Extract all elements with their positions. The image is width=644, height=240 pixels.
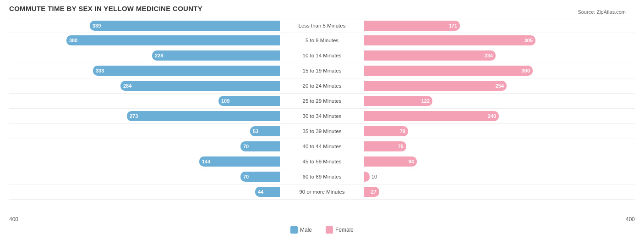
bar-male: 339 — [90, 21, 280, 31]
bar-female: 27 — [364, 187, 379, 197]
row-label: 15 to 19 Minutes — [300, 68, 344, 73]
legend: Male Female — [9, 226, 635, 234]
bar-male: 144 — [199, 156, 280, 167]
chart-row: 53 35 to 39 Minutes 78 — [9, 124, 635, 139]
bar-male: 228 — [152, 50, 280, 61]
chart-row: 70 40 to 44 Minutes 75 — [9, 139, 635, 154]
chart-title: COMMUTE TIME BY SEX IN YELLOW MEDICINE C… — [9, 5, 202, 12]
bar-male: 284 — [120, 81, 280, 91]
chart-row: 380 5 to 9 Minutes 305 — [9, 33, 635, 48]
bar-female: 305 — [364, 35, 535, 45]
chart-container: 339 Less than 5 Minutes 171 380 5 to 9 M… — [9, 18, 635, 234]
chart-row: 44 90 or more Minutes 27 — [9, 184, 635, 200]
legend-male-label: Male — [300, 227, 312, 233]
legend-male: Male — [290, 226, 312, 234]
row-label: 10 to 14 Minutes — [300, 53, 344, 58]
row-label: 45 to 59 Minutes — [300, 159, 344, 164]
bar-female: 171 — [364, 21, 460, 31]
bar-male: 380 — [66, 35, 280, 45]
legend-female: Female — [326, 226, 354, 234]
chart-row: 284 20 to 24 Minutes 254 — [9, 78, 635, 94]
legend-female-label: Female — [335, 227, 354, 233]
bar-female: 234 — [364, 50, 496, 61]
row-label: 90 or more Minutes — [296, 189, 347, 195]
row-label: Less than 5 Minutes — [296, 23, 349, 28]
bar-female: 122 — [364, 96, 432, 106]
bar-male: 109 — [218, 96, 280, 106]
chart-row: 144 45 to 59 Minutes 94 — [9, 154, 635, 169]
chart-row: 228 10 to 14 Minutes 234 — [9, 48, 635, 63]
bar-male: 70 — [240, 172, 280, 182]
chart-row: 273 30 to 34 Minutes 240 — [9, 109, 635, 124]
chart-area: 339 Less than 5 Minutes 171 380 5 to 9 M… — [9, 18, 635, 213]
chart-row: 339 Less than 5 Minutes 171 — [9, 18, 635, 33]
chart-row: 333 15 to 19 Minutes 300 — [9, 63, 635, 78]
bar-female: 254 — [364, 81, 507, 91]
row-label: 35 to 39 Minutes — [300, 128, 344, 134]
axis-right: 400 — [626, 216, 635, 223]
bar-male: 70 — [240, 141, 280, 151]
row-label: 5 to 9 Minutes — [303, 38, 341, 43]
chart-row: 109 25 to 29 Minutes 122 — [9, 94, 635, 109]
bar-female: 240 — [364, 111, 499, 121]
bar-female: 78 — [364, 126, 408, 136]
axis-labels: 400 400 — [9, 216, 635, 223]
chart-row: 70 60 to 89 Minutes 10 — [9, 169, 635, 184]
row-label: 20 to 24 Minutes — [300, 83, 344, 89]
source-label: Source: ZipAtlas.com — [578, 9, 626, 15]
bar-female — [364, 172, 370, 182]
row-label: 25 to 29 Minutes — [300, 98, 344, 104]
bar-female: 94 — [364, 156, 417, 167]
row-label: 30 to 34 Minutes — [300, 113, 344, 119]
bar-female: 75 — [364, 141, 406, 151]
bar-male: 44 — [255, 187, 280, 197]
row-label: 60 to 89 Minutes — [300, 174, 344, 179]
bar-male: 53 — [250, 126, 280, 136]
row-label: 40 to 44 Minutes — [300, 144, 344, 149]
axis-left: 400 — [9, 216, 18, 223]
bar-male: 273 — [127, 111, 280, 121]
bar-male: 333 — [93, 66, 280, 76]
bar-female: 300 — [364, 66, 533, 76]
